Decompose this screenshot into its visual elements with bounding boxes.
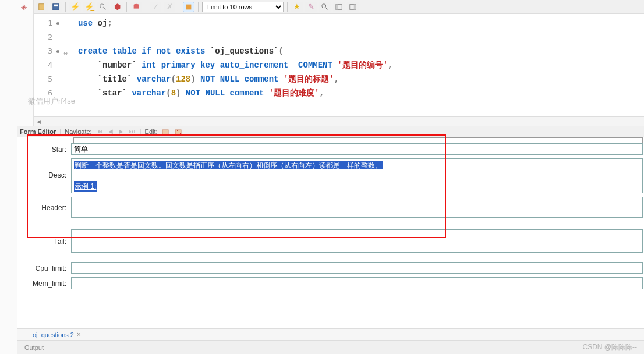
status-bar: Output CSDN @陈陈陈-- xyxy=(17,340,644,354)
form-editor-tab[interactable]: Form Editor xyxy=(20,128,56,135)
svg-rect-11 xyxy=(336,4,338,9)
svg-rect-2 xyxy=(54,4,58,6)
find-icon[interactable] xyxy=(319,2,331,12)
separator xyxy=(126,2,127,12)
lightning-icon[interactable]: ⚡ xyxy=(69,2,81,12)
code-content[interactable]: use oj; create table if not exists `oj_q… xyxy=(57,14,644,116)
save-icon[interactable] xyxy=(50,2,62,12)
star-input[interactable] xyxy=(71,143,643,155)
svg-rect-7 xyxy=(186,4,192,9)
nav-prev-icon[interactable]: ◀ xyxy=(107,128,114,134)
nav-last-icon[interactable]: ⏭ xyxy=(128,128,136,134)
favorite-icon[interactable]: ★ xyxy=(291,2,303,12)
close-icon[interactable]: ✕ xyxy=(76,331,81,338)
separator xyxy=(65,2,66,12)
run-cursor-icon[interactable]: ⚡̲ xyxy=(83,2,95,12)
header-textarea[interactable] xyxy=(71,197,643,218)
mem-limit-label: Mem_limit: xyxy=(17,277,71,288)
edit-label: Edit: xyxy=(145,128,158,135)
svg-point-8 xyxy=(322,3,326,8)
svg-line-9 xyxy=(325,7,328,9)
explain-icon[interactable] xyxy=(97,2,109,12)
desc-selected-text: 判断一个整数是否是回文数。回文数是指正序（从左向右）和倒序（从右向左）读都是一样… xyxy=(74,161,383,169)
line-number: 5 xyxy=(34,72,52,86)
header-label: Header: xyxy=(17,197,71,212)
separator xyxy=(287,2,288,12)
line-number: 3 xyxy=(34,44,52,58)
desc-label: Desc: xyxy=(17,158,71,179)
result-tab[interactable]: oj_questions 2 ✕ xyxy=(29,330,84,339)
user-watermark: 微信用户rf4se xyxy=(28,96,75,107)
row-limit-select[interactable]: Limit to 10 rows xyxy=(202,2,284,12)
svg-point-3 xyxy=(100,3,104,8)
line-number: 2 xyxy=(34,30,52,44)
commit-icon[interactable]: ✓ xyxy=(150,2,161,12)
desc-textarea[interactable]: 判断一个整数是否是回文数。回文数是指正序（从左向右）和倒序（从右向左）读都是一样… xyxy=(71,158,643,193)
desc-selected-text-2: 示例 1: xyxy=(74,181,97,192)
beautify-icon[interactable]: ✎ xyxy=(305,2,317,12)
highlight-icon[interactable] xyxy=(183,2,194,12)
separator xyxy=(146,2,146,12)
new-file-icon[interactable] xyxy=(36,2,48,12)
horizontal-scrollbar[interactable]: ◀ xyxy=(34,116,644,126)
nav-next-icon[interactable]: ▶ xyxy=(118,128,125,134)
line-number: 4 xyxy=(34,58,52,72)
svg-rect-14 xyxy=(162,130,168,134)
rollback-icon[interactable]: ✗ xyxy=(164,2,175,12)
db-connect-icon[interactable] xyxy=(130,2,142,12)
separator xyxy=(179,2,179,12)
editor-toolbar: ⚡ ⚡̲ ⬢ ✓ ✗ Limit to 10 rows ★ ✎ xyxy=(34,0,644,14)
stop-icon[interactable]: ⬢ xyxy=(111,2,123,12)
cpu-limit-input[interactable] xyxy=(71,262,643,274)
edit-apply-icon[interactable] xyxy=(161,128,171,136)
svg-rect-13 xyxy=(354,4,356,9)
panel-left-icon[interactable] xyxy=(333,2,345,12)
tail-label: Tail: xyxy=(17,229,71,246)
sql-editor[interactable]: 1 2 3 4 5 6 use oj; create table if not … xyxy=(34,14,644,116)
nav-first-icon[interactable]: ⏮ xyxy=(95,128,104,134)
edit-revert-icon[interactable] xyxy=(174,128,183,136)
result-tabbar: oj_questions 2 ✕ xyxy=(17,328,644,340)
form-editor-panel: Star: Desc: 判断一个整数是否是回文数。回文数是指正序（从左向右）和倒… xyxy=(17,137,644,328)
star-label: Star: xyxy=(17,143,71,154)
svg-line-4 xyxy=(104,7,106,9)
db-icon: ◈ xyxy=(21,2,27,11)
svg-rect-6 xyxy=(134,5,139,8)
tail-textarea[interactable] xyxy=(71,229,643,253)
form-tabbar: Form Editor | Navigate: ⏮ ◀ ▶ ⏭ | Edit: xyxy=(17,126,644,137)
prev-field-edge xyxy=(73,137,643,143)
csdn-watermark: CSDN @陈陈陈-- xyxy=(582,342,637,352)
scroll-left-icon[interactable]: ◀ xyxy=(34,117,43,126)
svg-rect-0 xyxy=(39,3,44,10)
panel-right-icon[interactable] xyxy=(347,2,359,12)
navigate-label: Navigate: xyxy=(65,128,91,135)
result-tab-label: oj_questions 2 xyxy=(33,331,74,338)
line-number: 1 xyxy=(34,16,52,30)
mem-limit-input[interactable] xyxy=(71,277,643,289)
separator xyxy=(198,2,199,12)
cpu-limit-label: Cpu_limit: xyxy=(17,262,71,272)
output-label[interactable]: Output xyxy=(24,344,44,351)
